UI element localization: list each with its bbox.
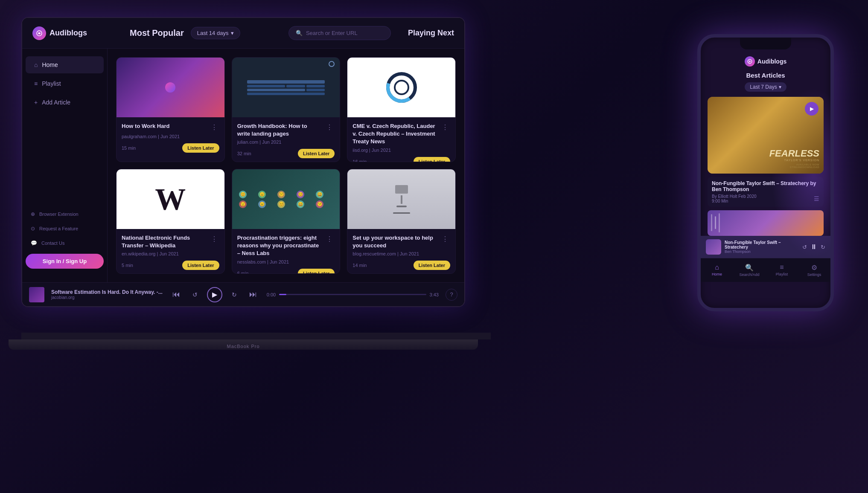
time-filter-dropdown[interactable]: Last 14 days ▾ (191, 27, 241, 39)
time-total: 3:43 (430, 292, 439, 297)
request-feature-link[interactable]: ⊙ Request a Feature (26, 221, 104, 236)
card-1-listen-btn[interactable]: Listen Later (182, 143, 219, 153)
sidebar-bottom: ⊕ Browser Extension ⊙ Request a Feature … (22, 207, 107, 276)
rewind-button[interactable]: ↺ (188, 288, 202, 302)
card-wikipedia[interactable]: W National Electronic Funds Transfer – W… (116, 169, 225, 274)
card-3-duration: 16 min (352, 159, 367, 162)
skip-back-button[interactable]: ⏮ (169, 288, 183, 302)
card-procrastination[interactable]: 😊 😐 😕 😊 😄 😟 😐 😊 😄 (232, 169, 341, 274)
player-info: Software Estimation Is Hard. Do It Anywa… (51, 289, 163, 300)
phone-playlist-icon: ≡ (780, 264, 784, 271)
card-4-title: National Electronic Funds Transfer – Wik… (122, 234, 206, 249)
logo: Audiblogs (32, 26, 87, 40)
phone-pause-button[interactable]: ⏸ (810, 243, 817, 251)
phone-nav-settings[interactable]: ⚙ Settings (798, 262, 830, 278)
forward-button[interactable]: ↻ (227, 288, 241, 302)
progress-fill (279, 294, 286, 295)
player-thumbnail (29, 287, 44, 302)
macbook-base: MacBook Pro (9, 339, 478, 350)
card-3-image (347, 58, 455, 117)
scene: Audiblogs Most Popular Last 14 days ▾ 🔍 … (0, 0, 868, 493)
phone-second-card[interactable] (708, 210, 824, 236)
app: Audiblogs Most Popular Last 14 days ▾ 🔍 … (22, 18, 464, 306)
contact-us-link[interactable]: 💬 Contact Us (26, 236, 104, 250)
card-6-body: Set up your workspace to help you succee… (347, 229, 455, 274)
phone-nav-home[interactable]: ⌂ Home (701, 262, 733, 278)
browser-extension-link[interactable]: ⊕ Browser Extension (26, 207, 104, 221)
card-3-menu[interactable]: ⋮ (440, 122, 450, 132)
card-growth-handbook[interactable]: Growth Handbook: How to write landing pa… (232, 57, 341, 162)
phone-rewind-button[interactable]: ↺ (802, 244, 807, 250)
phone-play-button[interactable]: ▶ (805, 102, 818, 116)
phone-featured-card[interactable]: FEARLESS TAYLOR'S VERSION AVAILABLE NOW … (708, 97, 824, 174)
card-4-menu[interactable]: ⋮ (209, 234, 219, 244)
phone-chevron-icon: ▾ (779, 84, 781, 90)
header-section: Most Popular Last 14 days ▾ (130, 27, 280, 39)
skip-forward-button[interactable]: ⏭ (246, 288, 260, 302)
player-controls: ⏮ ↺ ▶ ↻ ⏭ (169, 287, 260, 302)
phone-mini-thumb (706, 239, 721, 255)
card-cme[interactable]: CME v. Czech Republic, Lauder v. Czech R… (347, 57, 456, 162)
phone-search-icon: 🔍 (745, 264, 754, 272)
phone-mini-info: Non-Fungible Taylor Swift – Stratechery … (725, 240, 799, 254)
progress-bar[interactable] (279, 294, 426, 295)
card-2-listen-btn[interactable]: Listen Later (298, 149, 335, 158)
card-2-menu[interactable]: ⋮ (324, 122, 335, 132)
macbook-screen: Audiblogs Most Popular Last 14 days ▾ 🔍 … (21, 17, 465, 307)
card-5-title: Procrastination triggers: eight reasons … (237, 234, 321, 258)
card-5-body: Procrastination triggers: eight reasons … (232, 229, 340, 274)
sidebar-item-home[interactable]: ⌂ Home (26, 56, 104, 73)
logo-text: Audiblogs (50, 29, 87, 38)
phone-logo-icon (745, 56, 755, 67)
card-5-listen-btn[interactable]: Listen Later (298, 269, 335, 274)
sidebar-item-playlist[interactable]: ≡ Playlist (26, 75, 104, 92)
svg-point-4 (395, 81, 408, 94)
card-2-body: Growth Handbook: How to write landing pa… (232, 117, 340, 162)
card-2-title: Growth Handbook: How to write landing pa… (237, 122, 321, 138)
phone-time-filter[interactable]: Last 7 Days ▾ (745, 82, 786, 92)
card-5-meta: nesslabs.com | Jun 2021 (237, 259, 335, 264)
card-3-body: CME v. Czech Republic, Lauder v. Czech R… (347, 117, 455, 162)
phone: Audiblogs Best Articles Last 7 Days ▾ FE… (697, 34, 834, 311)
card-5-duration: 6 min (237, 271, 249, 274)
play-button[interactable]: ▶ (207, 287, 222, 302)
phone-nav-playlist[interactable]: ≡ Playlist (766, 262, 798, 278)
card-5-menu[interactable]: ⋮ (324, 234, 335, 244)
search-placeholder: Search or Enter URL (306, 30, 358, 36)
player-source: jacobian.org (51, 295, 163, 300)
card-2-image (232, 58, 340, 117)
sidebar: ⌂ Home ≡ Playlist + Add Article (22, 49, 108, 282)
card-how-to-work-hard[interactable]: How to Work Hard ⋮ paulgraham.com | Jun … (116, 57, 225, 162)
card-6-menu[interactable]: ⋮ (440, 234, 450, 244)
phone-article-duration: 9:00 Min (712, 199, 757, 203)
phone-nav-search[interactable]: 🔍 Search/Add (733, 262, 766, 278)
phone-now-playing-author: Ben Thompson (725, 249, 799, 254)
macbook: Audiblogs Most Popular Last 14 days ▾ 🔍 … (21, 17, 491, 350)
phone-player-bar: Non-Fungible Taylor Swift – Stratechery … (701, 236, 830, 258)
phone-settings-icon: ⚙ (811, 264, 817, 272)
player-title: Software Estimation Is Hard. Do It Anywa… (51, 289, 163, 295)
phone-logo-text: Audiblogs (757, 58, 786, 65)
help-button[interactable]: ? (446, 289, 457, 301)
card-workspace[interactable]: Set up your workspace to help you succee… (347, 169, 456, 274)
sidebar-item-add-article[interactable]: + Add Article (26, 94, 104, 111)
search-icon: 🔍 (296, 30, 303, 36)
browser-extension-icon: ⊕ (31, 211, 35, 217)
card-5-image: 😊 😐 😕 😊 😄 😟 😐 😊 😄 (232, 169, 340, 229)
playlist-icon: ≡ (34, 80, 38, 87)
card-1-image (117, 58, 224, 117)
card-1-menu[interactable]: ⋮ (209, 122, 219, 132)
phone-forward-button[interactable]: ↻ (821, 244, 825, 250)
card-2-duration: 32 min (237, 151, 251, 156)
player-bar: Software Estimation Is Hard. Do It Anywa… (22, 282, 464, 306)
main: ⌂ Home ≡ Playlist + Add Article (22, 49, 464, 282)
phone-list-icon: ☰ (814, 195, 819, 202)
card-3-listen-btn[interactable]: Listen Later (414, 157, 450, 162)
sign-in-button[interactable]: Sign In / Sign Up (26, 254, 104, 269)
card-6-listen-btn[interactable]: Listen Later (414, 261, 450, 270)
search-bar[interactable]: 🔍 Search or Enter URL (288, 26, 391, 40)
card-6-duration: 14 min (352, 263, 367, 268)
card-4-listen-btn[interactable]: Listen Later (182, 261, 219, 270)
phone-mini-controls: ↺ ⏸ ↻ (802, 243, 825, 251)
macbook-notch (21, 333, 491, 339)
